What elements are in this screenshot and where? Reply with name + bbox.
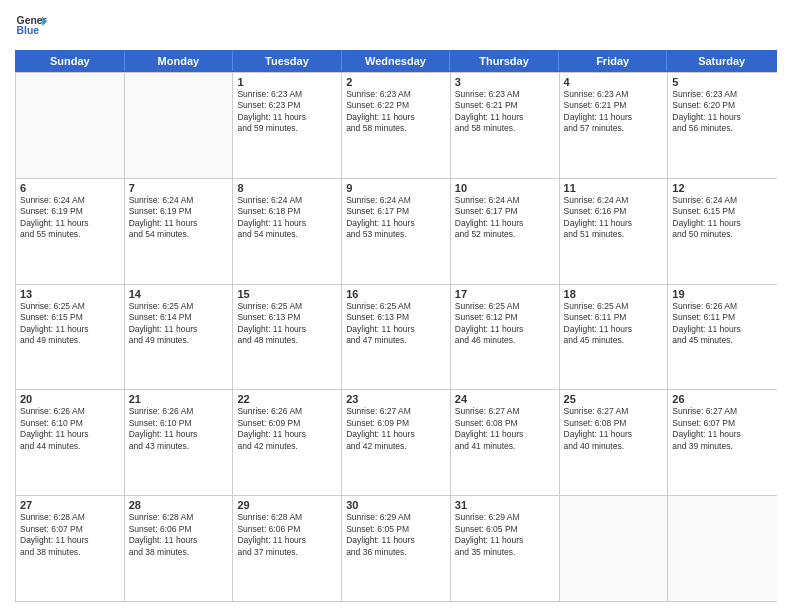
cell-info-line: Sunrise: 6:23 AM bbox=[455, 89, 555, 100]
day-cell-27: 27Sunrise: 6:28 AMSunset: 6:07 PMDayligh… bbox=[16, 496, 125, 601]
cell-info-line: Sunset: 6:17 PM bbox=[455, 206, 555, 217]
cell-info-line: Daylight: 11 hours bbox=[346, 535, 446, 546]
cell-info-line: Sunset: 6:15 PM bbox=[672, 206, 773, 217]
cell-info-line: Sunset: 6:05 PM bbox=[455, 524, 555, 535]
cell-info-line: and 54 minutes. bbox=[129, 229, 229, 240]
cell-info-line: Sunset: 6:07 PM bbox=[672, 418, 773, 429]
day-number: 2 bbox=[346, 76, 446, 88]
day-number: 15 bbox=[237, 288, 337, 300]
cell-info-line: Sunset: 6:08 PM bbox=[564, 418, 664, 429]
day-number: 31 bbox=[455, 499, 555, 511]
day-number: 22 bbox=[237, 393, 337, 405]
cell-info-line: and 53 minutes. bbox=[346, 229, 446, 240]
day-number: 7 bbox=[129, 182, 229, 194]
day-cell-19: 19Sunrise: 6:26 AMSunset: 6:11 PMDayligh… bbox=[668, 285, 777, 390]
day-cell-8: 8Sunrise: 6:24 AMSunset: 6:18 PMDaylight… bbox=[233, 179, 342, 284]
cell-info-line: Sunset: 6:18 PM bbox=[237, 206, 337, 217]
day-cell-3: 3Sunrise: 6:23 AMSunset: 6:21 PMDaylight… bbox=[451, 73, 560, 178]
cell-info-line: Sunset: 6:05 PM bbox=[346, 524, 446, 535]
cell-info-line: and 43 minutes. bbox=[129, 441, 229, 452]
cell-info-line: Daylight: 11 hours bbox=[672, 112, 773, 123]
cell-info-line: Daylight: 11 hours bbox=[455, 324, 555, 335]
cell-info-line: Sunset: 6:13 PM bbox=[237, 312, 337, 323]
cell-info-line: Sunrise: 6:28 AM bbox=[237, 512, 337, 523]
cell-info-line: Sunrise: 6:24 AM bbox=[346, 195, 446, 206]
cell-info-line: Daylight: 11 hours bbox=[672, 218, 773, 229]
calendar-row-3: 13Sunrise: 6:25 AMSunset: 6:15 PMDayligh… bbox=[16, 284, 777, 390]
cell-info-line: and 41 minutes. bbox=[455, 441, 555, 452]
cell-info-line: Sunset: 6:16 PM bbox=[564, 206, 664, 217]
cell-info-line: Sunset: 6:14 PM bbox=[129, 312, 229, 323]
cell-info-line: and 42 minutes. bbox=[346, 441, 446, 452]
cell-info-line: Sunrise: 6:28 AM bbox=[20, 512, 120, 523]
day-number: 17 bbox=[455, 288, 555, 300]
cell-info-line: and 58 minutes. bbox=[346, 123, 446, 134]
cell-info-line: Sunset: 6:21 PM bbox=[455, 100, 555, 111]
calendar-row-1: 1Sunrise: 6:23 AMSunset: 6:23 PMDaylight… bbox=[16, 72, 777, 178]
day-cell-25: 25Sunrise: 6:27 AMSunset: 6:08 PMDayligh… bbox=[560, 390, 669, 495]
day-number: 18 bbox=[564, 288, 664, 300]
cell-info-line: and 37 minutes. bbox=[237, 547, 337, 558]
cell-info-line: Daylight: 11 hours bbox=[237, 429, 337, 440]
day-cell-26: 26Sunrise: 6:27 AMSunset: 6:07 PMDayligh… bbox=[668, 390, 777, 495]
svg-text:Blue: Blue bbox=[17, 25, 40, 36]
day-cell-1: 1Sunrise: 6:23 AMSunset: 6:23 PMDaylight… bbox=[233, 73, 342, 178]
cell-info-line: and 51 minutes. bbox=[564, 229, 664, 240]
empty-cell bbox=[668, 496, 777, 601]
cell-info-line: Sunrise: 6:25 AM bbox=[346, 301, 446, 312]
cell-info-line: and 45 minutes. bbox=[672, 335, 773, 346]
header-day-saturday: Saturday bbox=[667, 51, 776, 71]
cell-info-line: Sunrise: 6:25 AM bbox=[237, 301, 337, 312]
day-cell-21: 21Sunrise: 6:26 AMSunset: 6:10 PMDayligh… bbox=[125, 390, 234, 495]
day-number: 19 bbox=[672, 288, 773, 300]
header-day-sunday: Sunday bbox=[16, 51, 125, 71]
cell-info-line: Sunset: 6:17 PM bbox=[346, 206, 446, 217]
cell-info-line: and 38 minutes. bbox=[129, 547, 229, 558]
empty-cell bbox=[560, 496, 669, 601]
cell-info-line: Sunset: 6:09 PM bbox=[237, 418, 337, 429]
cell-info-line: Sunrise: 6:24 AM bbox=[455, 195, 555, 206]
cell-info-line: Sunrise: 6:26 AM bbox=[672, 301, 773, 312]
cell-info-line: and 38 minutes. bbox=[20, 547, 120, 558]
calendar-row-5: 27Sunrise: 6:28 AMSunset: 6:07 PMDayligh… bbox=[16, 495, 777, 601]
day-cell-18: 18Sunrise: 6:25 AMSunset: 6:11 PMDayligh… bbox=[560, 285, 669, 390]
cell-info-line: Sunset: 6:06 PM bbox=[237, 524, 337, 535]
cell-info-line: Daylight: 11 hours bbox=[129, 429, 229, 440]
cell-info-line: and 46 minutes. bbox=[455, 335, 555, 346]
cell-info-line: Sunrise: 6:25 AM bbox=[129, 301, 229, 312]
calendar: SundayMondayTuesdayWednesdayThursdayFrid… bbox=[15, 50, 777, 602]
day-cell-12: 12Sunrise: 6:24 AMSunset: 6:15 PMDayligh… bbox=[668, 179, 777, 284]
day-number: 4 bbox=[564, 76, 664, 88]
day-number: 20 bbox=[20, 393, 120, 405]
day-cell-16: 16Sunrise: 6:25 AMSunset: 6:13 PMDayligh… bbox=[342, 285, 451, 390]
cell-info-line: and 39 minutes. bbox=[672, 441, 773, 452]
day-cell-29: 29Sunrise: 6:28 AMSunset: 6:06 PMDayligh… bbox=[233, 496, 342, 601]
cell-info-line: Sunset: 6:19 PM bbox=[129, 206, 229, 217]
cell-info-line: Sunset: 6:20 PM bbox=[672, 100, 773, 111]
cell-info-line: and 36 minutes. bbox=[346, 547, 446, 558]
cell-info-line: Sunset: 6:11 PM bbox=[564, 312, 664, 323]
cell-info-line: Sunset: 6:06 PM bbox=[129, 524, 229, 535]
day-number: 9 bbox=[346, 182, 446, 194]
cell-info-line: Sunrise: 6:23 AM bbox=[237, 89, 337, 100]
cell-info-line: Sunset: 6:10 PM bbox=[129, 418, 229, 429]
cell-info-line: Daylight: 11 hours bbox=[129, 324, 229, 335]
cell-info-line: and 55 minutes. bbox=[20, 229, 120, 240]
day-number: 12 bbox=[672, 182, 773, 194]
day-cell-15: 15Sunrise: 6:25 AMSunset: 6:13 PMDayligh… bbox=[233, 285, 342, 390]
cell-info-line: Daylight: 11 hours bbox=[564, 218, 664, 229]
cell-info-line: Daylight: 11 hours bbox=[237, 218, 337, 229]
day-number: 1 bbox=[237, 76, 337, 88]
day-number: 13 bbox=[20, 288, 120, 300]
day-number: 6 bbox=[20, 182, 120, 194]
cell-info-line: and 47 minutes. bbox=[346, 335, 446, 346]
cell-info-line: Sunrise: 6:26 AM bbox=[237, 406, 337, 417]
header-day-tuesday: Tuesday bbox=[233, 51, 342, 71]
cell-info-line: Daylight: 11 hours bbox=[455, 429, 555, 440]
header: General Blue bbox=[15, 10, 777, 42]
cell-info-line: Sunrise: 6:29 AM bbox=[455, 512, 555, 523]
cell-info-line: Daylight: 11 hours bbox=[129, 218, 229, 229]
cell-info-line: Daylight: 11 hours bbox=[20, 218, 120, 229]
cell-info-line: Sunrise: 6:24 AM bbox=[237, 195, 337, 206]
cell-info-line: Daylight: 11 hours bbox=[672, 429, 773, 440]
